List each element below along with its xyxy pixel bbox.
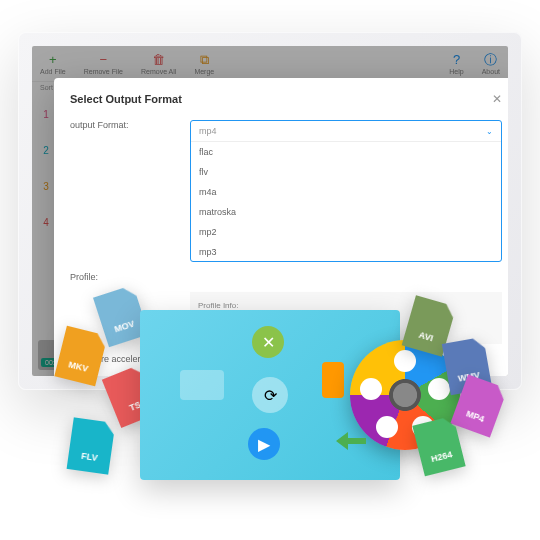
option-matroska[interactable]: matroska (191, 202, 501, 222)
format-dropdown: flac flv m4a matroska mp2 mp3 mp4 mpeg (191, 141, 501, 261)
tablet-icon (180, 370, 224, 400)
option-mp2[interactable]: mp2 (191, 222, 501, 242)
xbox-icon: ✕ (252, 326, 284, 358)
chevron-down-icon: ⌄ (486, 127, 493, 136)
profile-label: Profile: (70, 272, 190, 282)
refresh-icon: ⟳ (252, 377, 288, 413)
close-button[interactable]: ✕ (492, 92, 502, 106)
modal-title: Select Output Format (70, 93, 182, 105)
option-m4a[interactable]: m4a (191, 182, 501, 202)
playstation-icon: ▶ (248, 428, 280, 460)
file-tag-flv: FLV (67, 417, 116, 474)
output-format-label: output Format: (70, 120, 190, 130)
selected-value: mp4 (199, 126, 217, 136)
phone-icon (322, 362, 344, 398)
option-mp3[interactable]: mp3 (191, 242, 501, 261)
option-flac[interactable]: flac (191, 142, 501, 162)
option-flv[interactable]: flv (191, 162, 501, 182)
output-format-select[interactable]: mp4⌄ flac flv m4a matroska mp2 mp3 mp4 m… (190, 120, 502, 262)
